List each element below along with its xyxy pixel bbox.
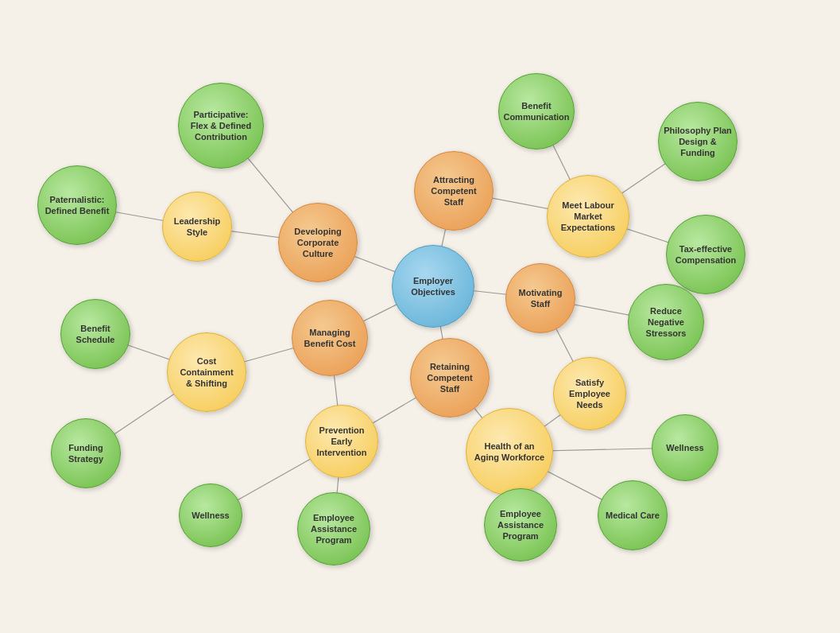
node-label-participative: Participative: Flex & Defined Contributi… xyxy=(188,106,254,146)
node-label-reduce-neg: Reduce Negative Stressors xyxy=(643,302,690,343)
node-label-funding-strategy: Funding Strategy xyxy=(65,439,106,468)
node-reduce-neg[interactable]: Reduce Negative Stressors xyxy=(628,284,704,360)
node-emp-assist-right[interactable]: Employee Assistance Program xyxy=(484,488,557,561)
node-label-benefit-comm: Benefit Communication xyxy=(500,97,572,126)
node-label-emp-assist-left: Employee Assistance Program xyxy=(308,509,360,550)
node-wellness-left[interactable]: Wellness xyxy=(179,483,242,547)
node-leadership[interactable]: Leadership Style xyxy=(162,192,232,262)
node-medical-care[interactable]: Medical Care xyxy=(598,480,668,550)
node-label-center: Employer Objectives xyxy=(408,272,459,301)
node-cost-contain[interactable]: Cost Containment & Shifting xyxy=(167,332,246,412)
mind-map-container: Employer ObjectivesAttracting Competent … xyxy=(0,0,840,633)
node-attracting[interactable]: Attracting Competent Staff xyxy=(414,151,494,231)
node-emp-assist-left[interactable]: Employee Assistance Program xyxy=(297,492,370,565)
node-label-cost-contain: Cost Containment & Shifting xyxy=(176,352,236,393)
node-wellness-right[interactable]: Wellness xyxy=(652,414,718,481)
node-label-health-aging: Health of an Aging Workforce xyxy=(471,437,548,467)
node-paternalistic[interactable]: Paternalistic: Defined Benefit xyxy=(37,165,117,245)
node-label-retaining: Retaining Competent Staff xyxy=(424,358,475,398)
node-label-attracting: Attracting Competent Staff xyxy=(428,171,479,212)
node-label-managing: Managing Benefit Cost xyxy=(301,324,359,353)
node-label-prevention: Prevention Early Intervention xyxy=(314,421,370,462)
node-label-emp-assist-right: Employee Assistance Program xyxy=(494,505,547,546)
node-label-meet-labour: Meet Labour Market Expectations xyxy=(558,196,618,237)
node-label-wellness-right: Wellness xyxy=(663,439,707,456)
node-retaining[interactable]: Retaining Competent Staff xyxy=(410,338,490,417)
node-dev-corp[interactable]: Developing Corporate Culture xyxy=(278,203,358,282)
node-health-aging[interactable]: Health of an Aging Workforce xyxy=(466,408,553,495)
node-label-medical-care: Medical Care xyxy=(602,507,663,524)
node-participative[interactable]: Participative: Flex & Defined Contributi… xyxy=(178,83,264,169)
node-prevention[interactable]: Prevention Early Intervention xyxy=(305,405,378,478)
node-tax-effective[interactable]: Tax-effective Compensation xyxy=(666,215,745,294)
node-label-dev-corp: Developing Corporate Culture xyxy=(291,223,344,263)
node-label-satisfy: Satisfy Employee Needs xyxy=(566,374,614,414)
node-label-wellness-left: Wellness xyxy=(188,507,233,524)
node-label-philosophy: Philosophy Plan Design & Funding xyxy=(660,122,735,162)
node-satisfy[interactable]: Satisfy Employee Needs xyxy=(553,357,626,430)
node-label-leadership: Leadership Style xyxy=(171,212,224,242)
node-label-motivating: Motivating Staff xyxy=(516,284,566,313)
node-funding-strategy[interactable]: Funding Strategy xyxy=(51,418,121,488)
node-center[interactable]: Employer Objectives xyxy=(392,245,474,328)
node-meet-labour[interactable]: Meet Labour Market Expectations xyxy=(547,175,629,258)
node-label-paternalistic: Paternalistic: Defined Benefit xyxy=(42,191,113,220)
node-managing[interactable]: Managing Benefit Cost xyxy=(292,300,368,376)
node-motivating[interactable]: Motivating Staff xyxy=(505,263,575,333)
node-benefit-comm[interactable]: Benefit Communication xyxy=(498,73,575,150)
node-philosophy[interactable]: Philosophy Plan Design & Funding xyxy=(658,102,737,181)
node-label-benefit-schedule: Benefit Schedule xyxy=(73,320,118,349)
node-label-tax-effective: Tax-effective Compensation xyxy=(672,240,739,270)
node-benefit-schedule[interactable]: Benefit Schedule xyxy=(60,299,130,369)
